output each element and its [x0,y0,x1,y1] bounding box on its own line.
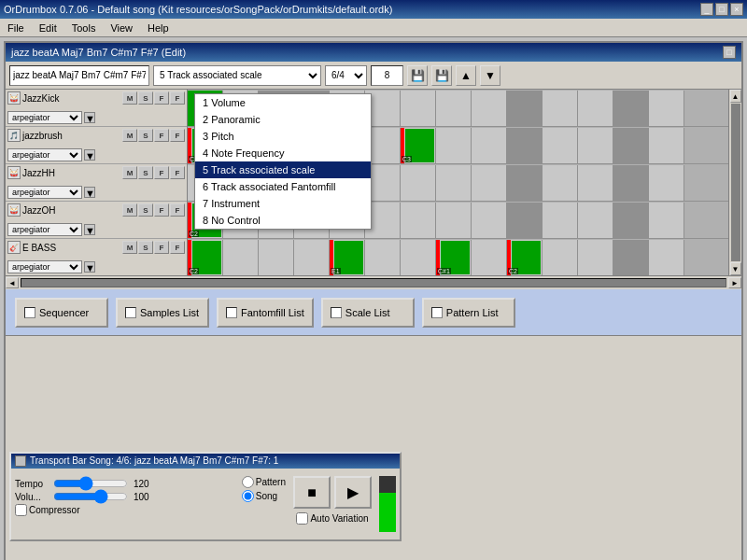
mute-button[interactable]: M [122,166,137,179]
grid-cell[interactable]: C2 [507,240,543,275]
sequencer-tab[interactable]: Sequencer [15,298,108,328]
menu-item-track-scale[interactable]: 5 Track associated scale [195,161,371,178]
time-signature-dropdown[interactable]: 6/4 [325,65,367,86]
grid-cell[interactable] [472,91,507,126]
up-button[interactable]: ▲ [456,65,476,86]
grid-cell[interactable] [613,240,649,275]
menu-tools[interactable]: Tools [68,21,100,35]
scroll-track[interactable] [21,278,726,287]
pattern-checkbox[interactable] [431,307,443,318]
fx-button[interactable]: F [154,203,169,217]
grid-cell[interactable] [543,165,578,201]
grid-cell[interactable] [543,203,578,238]
song-name-input[interactable] [9,65,149,86]
scroll-up-button[interactable]: ▲ [730,90,741,103]
grid-cell[interactable] [578,203,613,238]
grid-cell[interactable] [613,91,649,126]
fantomfill-list-tab[interactable]: Fantomfill List [217,298,314,328]
samples-list-tab[interactable]: Samples List [116,298,209,328]
song-radio[interactable] [242,490,254,502]
sequencer-checkbox[interactable] [24,307,35,318]
fx-button[interactable]: F [154,241,169,254]
grid-cell[interactable] [401,91,436,126]
volume-slider[interactable] [53,491,128,502]
scroll-right-button[interactable]: ► [728,277,741,288]
grid-cell[interactable] [365,240,401,275]
arp-toggle[interactable]: ▼ [84,112,95,123]
grid-cell[interactable] [613,203,649,238]
scale-checkbox[interactable] [331,307,342,318]
maximize-button[interactable]: □ [715,3,728,16]
fx-button[interactable]: F [154,129,169,142]
samples-checkbox[interactable] [125,307,136,318]
arp-toggle[interactable]: ▼ [84,224,95,235]
grid-cell[interactable] [507,128,543,163]
scale-list-tab[interactable]: Scale List [321,298,415,328]
grid-cell[interactable] [472,203,507,238]
menu-help[interactable]: Help [144,21,173,35]
grid-cell[interactable] [543,128,578,163]
fx-button[interactable]: F [154,166,169,179]
grid-cell[interactable]: E1 [330,240,365,275]
inner-maximize-button[interactable]: □ [723,46,736,59]
grid-cell[interactable] [578,128,613,163]
grid-cell[interactable] [472,240,507,275]
grid-cell[interactable] [613,128,649,163]
menu-edit[interactable]: Edit [35,21,61,35]
grid-cell[interactable] [649,240,684,275]
arp-dropdown[interactable]: arpegiator [7,148,82,161]
grid-cell[interactable] [578,91,613,126]
stop-button[interactable]: ■ [293,476,331,509]
menu-item-no-control[interactable]: 8 No Control [195,212,371,229]
control-dropdown[interactable]: 5 Track associated scale [153,65,321,86]
grid-cell[interactable] [436,203,472,238]
grid-cell[interactable] [436,91,472,126]
grid-cell[interactable]: C#1 [436,240,472,275]
tempo-slider[interactable] [53,478,128,489]
grid-cell[interactable] [543,240,578,275]
arp-dropdown[interactable]: arpegiator [7,260,82,273]
fx2-button[interactable]: F [170,203,185,217]
arp-toggle[interactable]: ▼ [84,261,95,273]
pattern-list-tab[interactable]: Pattern List [422,298,515,328]
arp-dropdown[interactable]: arpegiator [7,111,82,124]
arp-toggle[interactable]: ▼ [84,149,95,161]
grid-cell[interactable] [436,128,472,163]
compressor-checkbox[interactable] [15,504,27,516]
auto-variation-checkbox[interactable] [296,512,308,525]
grid-cell[interactable] [436,165,472,201]
grid-cell[interactable] [613,165,649,201]
mute-button[interactable]: M [122,241,137,254]
grid-cell[interactable] [507,165,543,201]
grid-cell[interactable] [401,240,436,275]
grid-cell[interactable] [649,91,684,126]
grid-cell[interactable] [294,240,330,275]
solo-button[interactable]: S [138,241,153,254]
grid-cell[interactable] [578,165,613,201]
fantomfill-checkbox[interactable] [226,307,237,318]
fx2-button[interactable]: F [170,166,185,179]
floppy-load-button[interactable]: 💾 [431,65,452,86]
arp-toggle[interactable]: ▼ [84,187,95,198]
arp-dropdown[interactable]: arpegiator [7,223,82,236]
grid-cell[interactable] [578,240,613,275]
grid-cell[interactable] [649,128,684,163]
menu-item-pitch[interactable]: 3 Pitch [195,128,371,145]
grid-cell[interactable] [649,165,684,201]
grid-cell[interactable] [472,165,507,201]
menu-item-panoramic[interactable]: 2 Panoramic [195,111,371,128]
menu-item-instrument[interactable]: 7 Instrument [195,195,371,212]
grid-cell[interactable]: C3 [401,128,436,163]
mute-button[interactable]: M [122,129,137,142]
menu-view[interactable]: View [106,21,136,35]
grid-cell[interactable] [401,203,436,238]
grid-cell[interactable] [401,165,436,201]
scroll-down-button[interactable]: ▼ [730,262,741,275]
menu-item-note-frequency[interactable]: 4 Note Frequency [195,145,371,161]
menu-item-fantomfill[interactable]: 6 Track associated Fantomfill [195,178,371,195]
vertical-scrollbar[interactable]: ▲ ▼ [728,90,741,275]
play-button[interactable]: ▶ [334,476,372,509]
mute-button[interactable]: M [122,203,137,217]
close-button[interactable]: × [730,3,743,16]
floppy-save-button[interactable]: 💾 [407,65,428,86]
